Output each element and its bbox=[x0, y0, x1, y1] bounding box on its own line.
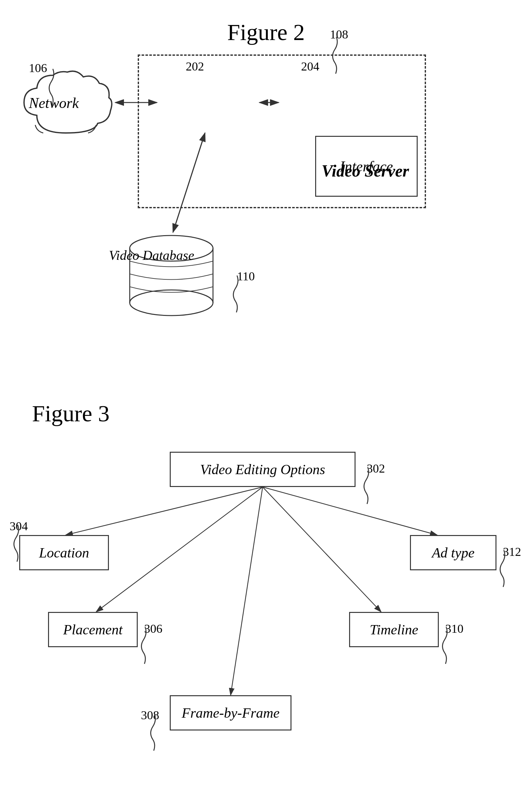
placement-label: Placement bbox=[63, 621, 123, 638]
ref-204: 204 bbox=[301, 59, 319, 73]
page: Figure 2 108 Interface EditingInterface … bbox=[0, 0, 532, 800]
frame-by-frame-box: Frame-by-Frame bbox=[170, 695, 291, 730]
svg-line-15 bbox=[263, 487, 437, 535]
figure3-title: Figure 3 bbox=[32, 401, 110, 427]
figure2-section: Figure 2 108 Interface EditingInterface … bbox=[0, 10, 532, 362]
network-label: Network bbox=[29, 94, 79, 111]
svg-point-3 bbox=[130, 290, 213, 316]
svg-line-13 bbox=[231, 487, 263, 695]
video-editing-options-box: Video Editing Options bbox=[170, 452, 356, 487]
ref-306: 306 bbox=[144, 621, 163, 636]
svg-line-14 bbox=[263, 487, 381, 612]
ref-304: 304 bbox=[10, 519, 28, 533]
timeline-box: Timeline bbox=[349, 612, 439, 647]
ref-202: 202 bbox=[186, 59, 204, 73]
ref-310: 310 bbox=[445, 621, 463, 636]
video-editing-options-label: Video Editing Options bbox=[200, 461, 325, 478]
adtype-label: Ad type bbox=[432, 545, 474, 561]
ref-106: 106 bbox=[29, 61, 47, 75]
ref-312: 312 bbox=[503, 545, 521, 559]
figure2-title: Figure 2 bbox=[227, 19, 305, 46]
location-box: Location bbox=[19, 535, 109, 570]
location-label: Location bbox=[39, 545, 89, 561]
svg-line-12 bbox=[96, 487, 263, 612]
ref-110: 110 bbox=[237, 269, 255, 283]
ref-302: 302 bbox=[367, 461, 385, 476]
video-server-box: Interface EditingInterface Video Server bbox=[138, 54, 426, 208]
timeline-label: Timeline bbox=[369, 621, 418, 638]
placement-box: Placement bbox=[48, 612, 138, 647]
ref-108: 108 bbox=[330, 27, 348, 41]
database-svg bbox=[127, 232, 216, 319]
adtype-box: Ad type bbox=[410, 535, 496, 570]
frame-by-frame-label: Frame-by-Frame bbox=[182, 705, 279, 721]
video-server-label: Video Server bbox=[322, 162, 409, 180]
figure3-section: Figure 3 Video Editing Options 302 Locat… bbox=[0, 394, 532, 798]
svg-line-11 bbox=[66, 487, 263, 535]
database-label: Video Database bbox=[109, 247, 194, 264]
ref-308: 308 bbox=[141, 708, 159, 722]
